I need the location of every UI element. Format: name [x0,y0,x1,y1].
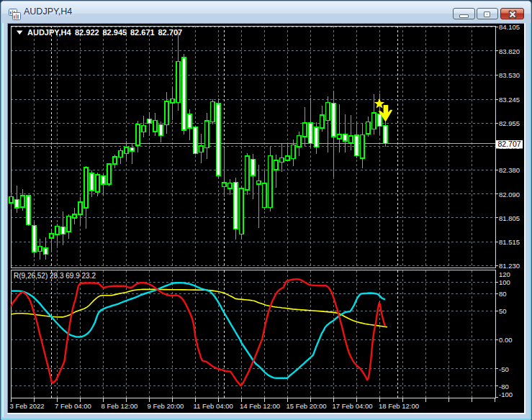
svg-text:AUDJPY,H4: AUDJPY,H4 [27,28,71,37]
svg-text:81.230: 81.230 [499,262,520,270]
svg-text:82.380: 82.380 [499,166,520,174]
svg-text:82.707: 82.707 [158,28,183,37]
svg-text:7 Feb 04:00: 7 Feb 04:00 [55,402,91,410]
svg-text:120: 120 [499,270,510,278]
svg-text:-80: -80 [499,383,509,391]
svg-text:50: 50 [499,307,507,315]
svg-text:82.707: 82.707 [498,140,521,148]
svg-text:81.515: 81.515 [499,238,520,246]
svg-text:80: 80 [499,290,507,298]
svg-text:82.945: 82.945 [103,28,127,37]
svg-text:11 Feb 04:00: 11 Feb 04:00 [194,402,233,410]
svg-text:R(9,26,52) 28.3 69.9 23.2: R(9,26,52) 28.3 69.9 23.2 [14,272,96,280]
svg-text:83.530: 83.530 [499,71,520,79]
svg-text:83.245: 83.245 [499,96,520,104]
svg-text:8 Feb 12:00: 8 Feb 12:00 [102,402,138,410]
svg-text:83.820: 83.820 [499,47,520,55]
svg-text:84.105: 84.105 [499,23,520,31]
svg-text:9 Feb 20:00: 9 Feb 20:00 [148,402,184,410]
svg-text:81.805: 81.805 [499,214,520,222]
svg-text:-50: -50 [499,365,509,373]
svg-text:-100: -100 [499,391,513,398]
svg-text:82.955: 82.955 [499,119,520,127]
svg-text:0.00: 0.00 [499,336,513,344]
svg-text:3 Feb 2022: 3 Feb 2022 [10,402,45,410]
svg-text:15 Feb 20:00: 15 Feb 20:00 [287,402,327,410]
svg-text:100: 100 [499,278,510,286]
svg-text:82.671: 82.671 [130,28,155,37]
svg-text:82.090: 82.090 [499,191,520,198]
svg-text:17 Feb 04:00: 17 Feb 04:00 [333,402,373,410]
svg-text:18 Feb 12:00: 18 Feb 12:00 [379,402,419,410]
svg-text:82.922: 82.922 [75,28,99,37]
svg-text:14 Feb 12:00: 14 Feb 12:00 [240,402,280,410]
